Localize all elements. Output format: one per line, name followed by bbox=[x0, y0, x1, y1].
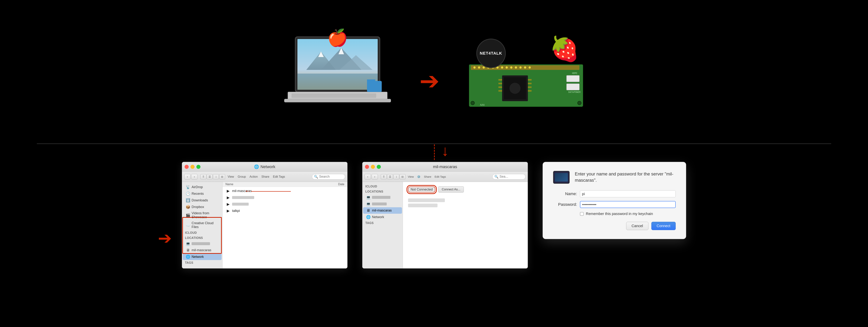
mac-laptop-container: 🍎 bbox=[278, 19, 397, 129]
sidebar-item-videos[interactable]: 🎬 Videos from Showcase bbox=[183, 210, 222, 220]
name-field-row: Name: pi bbox=[553, 190, 676, 197]
connect-button[interactable]: Connect bbox=[651, 222, 676, 230]
minimize-button-2[interactable] bbox=[371, 165, 375, 169]
svg-point-27 bbox=[519, 66, 522, 69]
name-value-display: pi bbox=[580, 190, 676, 197]
server-icon-2: 🖥 bbox=[366, 208, 371, 212]
folder-icon-1: ▶ bbox=[225, 189, 230, 193]
finder-1-toolbar: ‹ › ⠿ ☰ ⫶ ⊟ View Group Action Share Edit… bbox=[182, 172, 347, 182]
blurred-filename-2 bbox=[232, 203, 249, 206]
svg-rect-41 bbox=[566, 75, 580, 82]
dialog-buttons: Cancel Connect bbox=[553, 222, 676, 230]
list-view-btn-2[interactable]: ☰ bbox=[387, 174, 393, 179]
dropbox-icon: 📦 bbox=[186, 205, 190, 209]
sidebar-item-network-2[interactable]: 🌐 Network bbox=[363, 214, 402, 220]
remember-checkbox[interactable] bbox=[580, 212, 584, 216]
finder-1-titlebar: 🌐 Network bbox=[182, 162, 347, 172]
monitor-icon-inner bbox=[554, 172, 569, 183]
titlebar-buttons-1 bbox=[185, 165, 200, 169]
maximize-button-2[interactable] bbox=[377, 165, 381, 169]
apple-logo-icon: 🍎 bbox=[327, 29, 348, 46]
icloud-section-label: iCloud bbox=[182, 230, 222, 235]
action-btn-2[interactable]: ⚙️ bbox=[416, 175, 422, 178]
vertical-arrow-down: ↓ bbox=[441, 143, 449, 158]
forward-button-2[interactable]: › bbox=[372, 174, 378, 179]
svg-point-28 bbox=[524, 66, 526, 69]
connect-row: Not Connected Connect As... bbox=[406, 185, 525, 194]
finder-2-sidebar: iCloud Locations 💻 💻 🖥 mil-mascaras bbox=[363, 182, 403, 268]
password-dialog: Enter your name and password for the ser… bbox=[542, 162, 686, 239]
finder-2-title: mil-mascaras bbox=[433, 164, 457, 169]
gallery-view-btn-2[interactable]: ⊟ bbox=[400, 174, 405, 179]
sidebar-item-creative[interactable]: ☁️ Creative Cloud Files bbox=[183, 220, 222, 230]
sidebar-item-dropbox[interactable]: 📦 Dropbox bbox=[183, 204, 222, 210]
search-input-2[interactable] bbox=[499, 175, 523, 178]
svg-point-29 bbox=[529, 66, 531, 69]
edit-tags-label-2: Edit Tags bbox=[434, 175, 447, 178]
nav-buttons-2: ‹ › bbox=[365, 174, 378, 179]
connect-as-button[interactable]: Connect As... bbox=[438, 186, 464, 193]
gallery-view-btn[interactable]: ⊟ bbox=[219, 174, 225, 179]
svg-rect-14 bbox=[367, 79, 375, 82]
view-toggle: ⠿ ☰ ⫶ ⊟ bbox=[200, 174, 225, 179]
svg-text:HDMI: HDMI bbox=[572, 72, 578, 74]
close-button-2[interactable] bbox=[365, 165, 369, 169]
forward-button-1[interactable]: › bbox=[191, 174, 197, 179]
share-label-2: Share bbox=[423, 175, 432, 178]
toolbar-view-label: View bbox=[226, 175, 235, 178]
password-label: Password: bbox=[553, 202, 577, 207]
sidebar-item-downloads[interactable]: ⬇️ Downloads bbox=[183, 197, 222, 204]
name-column-header: Name bbox=[225, 183, 338, 186]
svg-text:DATA: DATA bbox=[568, 91, 574, 93]
svg-text:POWER: POWER bbox=[574, 91, 581, 93]
cancel-button[interactable]: Cancel bbox=[626, 222, 648, 230]
svg-rect-42 bbox=[566, 84, 580, 90]
sidebar-blurred-item-1[interactable]: 💻 bbox=[363, 194, 402, 201]
finder-2-toolbar: ‹ › ⠿ ☰ ⫶ ⊟ View ⚙️ Share Edit Tags 🔍 bbox=[363, 172, 528, 182]
toolbar-edit-tags-label: Edit Tags bbox=[272, 175, 286, 178]
password-input[interactable] bbox=[580, 201, 676, 208]
icon-view-btn-2[interactable]: ⠿ bbox=[381, 174, 387, 179]
file-list-1: ▶ mil-mascaras ←—————— ▶ ▶ bbox=[222, 187, 347, 215]
nav-buttons: ‹ › bbox=[184, 174, 197, 179]
file-row-talkpi[interactable]: ▶ talkpi bbox=[222, 207, 347, 214]
svg-point-17 bbox=[473, 66, 475, 69]
maximize-button-1[interactable] bbox=[196, 165, 200, 169]
titlebar-buttons-2 bbox=[365, 165, 381, 169]
column-view-btn-2[interactable]: ⫶ bbox=[393, 174, 399, 179]
finder-2-main: Not Connected Connect As... bbox=[403, 182, 528, 268]
sidebar-item-network[interactable]: 🌐 Network bbox=[183, 254, 222, 260]
finder-1-main: Name Date ▶ mil-mascaras ←—————— ▶ bbox=[222, 182, 347, 268]
sidebar-item-airdrop[interactable]: 📡 AirDrop bbox=[183, 184, 222, 190]
network-globe-icon: 🌐 bbox=[254, 164, 259, 169]
blurred-sidebar-icon-1: 💻 bbox=[366, 195, 371, 200]
sidebar-blurred-1[interactable]: 💻 bbox=[183, 240, 222, 247]
sidebar-item-mil-mascaras[interactable]: 🖥 mil-mascaras bbox=[183, 247, 222, 254]
search-input-1[interactable] bbox=[319, 175, 343, 178]
svg-text:ΛΛΛ: ΛΛΛ bbox=[480, 103, 485, 106]
back-button-1[interactable]: ‹ bbox=[184, 174, 190, 179]
search-box-2[interactable]: 🔍 bbox=[492, 174, 525, 179]
blurred-sidebar-icon-2: 💻 bbox=[366, 202, 371, 206]
blurred-filename-1 bbox=[232, 196, 254, 199]
sidebar-blurred-item-2[interactable]: 💻 bbox=[363, 201, 402, 207]
file-row-blurred-2[interactable]: ▶ bbox=[222, 201, 347, 207]
remember-label: Remember this password in my keychain bbox=[586, 212, 653, 216]
back-button-2[interactable]: ‹ bbox=[365, 174, 371, 179]
minimize-button-1[interactable] bbox=[190, 165, 194, 169]
list-view-btn[interactable]: ☰ bbox=[207, 174, 213, 179]
svg-rect-35 bbox=[498, 90, 502, 92]
file-row-blurred-1[interactable]: ▶ bbox=[222, 194, 347, 201]
file-row-mil-mascaras[interactable]: ▶ mil-mascaras ←—————— bbox=[222, 188, 347, 194]
sidebar-item-mil-mascaras-2[interactable]: 🖥 mil-mascaras bbox=[363, 207, 402, 214]
videos-icon: 🎬 bbox=[186, 213, 190, 218]
search-box-1[interactable]: 🔍 bbox=[312, 174, 345, 179]
icon-view-btn[interactable]: ⠿ bbox=[200, 174, 206, 179]
finder-1-title: 🌐 Network bbox=[254, 164, 275, 169]
close-button-1[interactable] bbox=[185, 165, 189, 169]
svg-point-24 bbox=[505, 66, 508, 69]
sidebar-item-recents[interactable]: 🕐 Recents bbox=[183, 190, 222, 197]
column-view-btn[interactable]: ⫶ bbox=[213, 174, 219, 179]
name-label: Name: bbox=[553, 192, 577, 196]
svg-rect-34 bbox=[498, 87, 502, 88]
